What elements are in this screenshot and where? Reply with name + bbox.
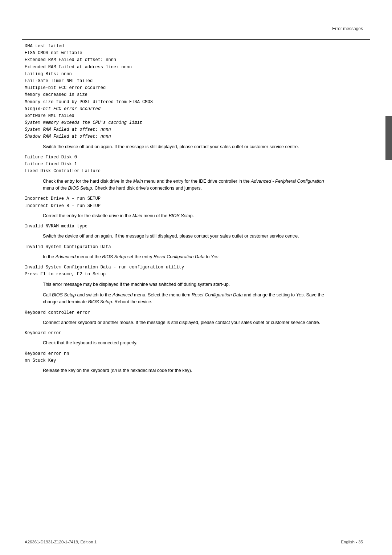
desc-text-5: In the Advanced menu of the BIOS Setup s…: [43, 254, 326, 260]
desc-block-6b: Call BIOS Setup and switch to the Advanc…: [43, 292, 326, 306]
desc-text-2: Check the entry for the hard disk drive …: [43, 178, 326, 192]
code-line-2-3: Fixed Disk Controller Failure: [25, 168, 363, 175]
header-title: Error messages: [332, 26, 363, 31]
desc3-bios: BIOS Setu: [169, 213, 190, 218]
code-line-2: EISA CMOS not writable: [25, 50, 363, 57]
top-rule: [22, 39, 370, 40]
code-line-3-2: Incorrect Drive B - run SETUP: [25, 203, 363, 210]
code-line-4-1: Invalid NVRAM media type: [25, 223, 363, 230]
desc2-advanced: Advanced - Peripheral Configuration: [251, 179, 324, 184]
code-line-7-1: Keyboard controller error: [25, 309, 363, 316]
code-line-6-2: Press F1 to resume, F2 to Setup: [25, 271, 363, 278]
desc5-yes: Yes: [211, 254, 219, 259]
desc-block-9: Release the key on the keyboard (nn is t…: [43, 367, 326, 374]
code-block-3: Incorrect Drive A - run SETUP Incorrect …: [25, 195, 363, 209]
code-block-6: Invalid System Configuration Data - run …: [25, 264, 363, 278]
desc-text-3: Correct the entry for the diskette drive…: [43, 212, 326, 219]
desc6b-advanced: Advanced: [113, 292, 133, 297]
desc-text-7: Connect another keyboard or another mous…: [43, 319, 326, 326]
footer-left: A26361-D1931-Z120-1-7419, Edition 1: [25, 540, 97, 544]
side-tab: [385, 116, 392, 160]
code-line-5-1: Invalid System Configuration Data: [25, 244, 363, 251]
content-area: DMA test failed EISA CMOS not writable E…: [25, 43, 363, 526]
code-block-8: Keyboard error: [25, 330, 363, 337]
code-line-11: Software NMI failed: [25, 113, 363, 119]
code-line-10: Single-bit ECC error occurred: [25, 106, 363, 113]
desc-text-8: Check that the keyboard is connected pro…: [43, 340, 326, 347]
code-line-1: DMA test failed: [25, 43, 363, 50]
desc-block-4: Switch the device off and on again. If t…: [43, 233, 326, 240]
code-line-4: Extended RAM Failed at address line: nnn…: [25, 64, 363, 71]
code-line-8-1: Keyboard error: [25, 330, 363, 337]
desc6b-yes: Yes: [296, 292, 304, 297]
desc-block-8: Check that the keyboard is connected pro…: [43, 340, 326, 347]
bottom-rule: [22, 530, 370, 530]
code-block-7: Keyboard controller error: [25, 309, 363, 316]
desc-block-3: Correct the entry for the diskette drive…: [43, 212, 326, 219]
desc5-reset: Reset Configuration Data: [154, 254, 204, 259]
code-line-8: Memory decreased in size: [25, 92, 363, 98]
desc9-nn: nn: [112, 368, 117, 373]
desc-text-4: Switch the device off and on again. If t…: [43, 233, 326, 240]
desc5-advanced: Advanced: [56, 254, 76, 259]
desc-text-6a: This error message may be displayed if t…: [43, 281, 326, 288]
header-area: Error messages: [332, 26, 363, 31]
desc-text-1: Switch the device off and on again. If t…: [43, 143, 326, 150]
desc6b-bios2: BIOS Setup: [88, 299, 112, 304]
code-block-4: Invalid NVRAM media type: [25, 223, 363, 230]
code-line-2-2: Failure Fixed Disk 1: [25, 161, 363, 168]
desc-block-5: In the Advanced menu of the BIOS Setup s…: [43, 254, 326, 260]
desc-block-2: Check the entry for the hard disk drive …: [43, 178, 326, 192]
desc-text-6b: Call BIOS Setup and switch to the Advanc…: [43, 292, 326, 306]
desc6b-bios1: BIOS Setup: [52, 292, 76, 297]
code-line-6-1: Invalid System Configuration Data - run …: [25, 264, 363, 271]
code-line-9-2: nn Stuck Key: [25, 357, 363, 364]
desc5-bios: BIOS Setup: [102, 254, 126, 259]
code-line-7: Multiple-bit ECC error occurred: [25, 85, 363, 92]
desc3-main: Main: [132, 213, 142, 218]
footer-area: A26361-D1931-Z120-1-7419, Edition 1 Engl…: [25, 540, 363, 544]
desc-text-9: Release the key on the keyboard (nn is t…: [43, 367, 326, 374]
desc-block-7: Connect another keyboard or another mous…: [43, 319, 326, 326]
desc2-bios: BIOS Setup: [68, 186, 92, 191]
desc6b-reset: Reset Configuration Data: [192, 292, 242, 297]
code-block-5: Invalid System Configuration Data: [25, 244, 363, 251]
desc-block-6a: This error message may be displayed if t…: [43, 281, 326, 288]
code-line-3-1: Incorrect Drive A - run SETUP: [25, 195, 363, 202]
code-line-14: Shadow RAM Failed at offset: nnnn: [25, 133, 363, 140]
desc2-main: Main: [133, 179, 143, 184]
footer-right: English - 35: [341, 540, 363, 544]
code-line-3: Extended RAM Failed at offset: nnnn: [25, 57, 363, 64]
code-line-13: System RAM Failed at offset: nnnn: [25, 126, 363, 133]
code-line-9: Memory size found by POST differed from …: [25, 99, 363, 106]
page-container: Error messages DMA test failed EISA CMOS…: [0, 0, 392, 555]
code-block-2: Failure Fixed Disk 0 Failure Fixed Disk …: [25, 154, 363, 175]
code-block-top: DMA test failed EISA CMOS not writable E…: [25, 43, 363, 141]
code-line-6: Fail-Safe Timer NMI failed: [25, 78, 363, 85]
code-line-2-1: Failure Fixed Disk 0: [25, 154, 363, 161]
desc-block-1: Switch the device off and on again. If t…: [43, 143, 326, 150]
code-line-9-1: Keyboard error nn: [25, 351, 363, 357]
code-line-12: System memory exceeds the CPU's caching …: [25, 119, 363, 126]
code-line-5: Failing Bits: nnnn: [25, 71, 363, 78]
code-block-9: Keyboard error nn nn Stuck Key: [25, 351, 363, 364]
